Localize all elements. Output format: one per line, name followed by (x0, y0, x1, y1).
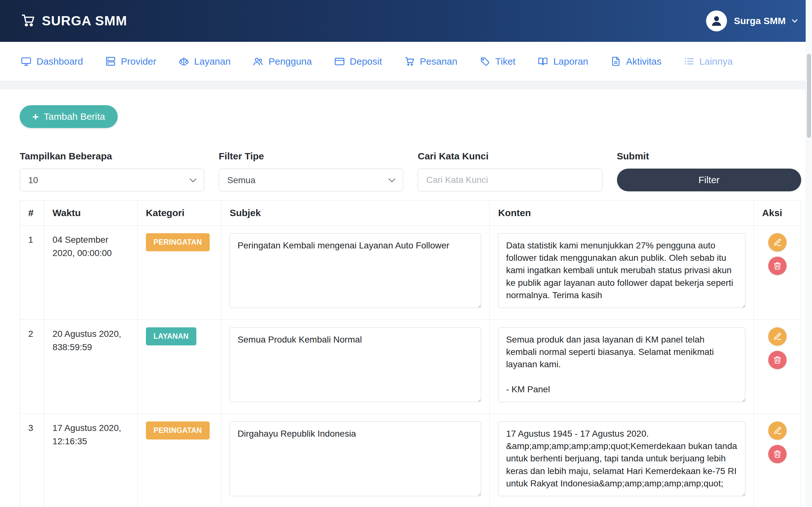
page-size-select-wrap: 10 (20, 169, 204, 191)
credit-card-icon (334, 56, 345, 66)
chevron-down-icon (792, 17, 798, 22)
col-header-content: Konten (490, 201, 754, 226)
tag-icon (479, 56, 490, 66)
app-header: SURGA SMM Surga SMM (0, 0, 812, 42)
subject-textarea[interactable]: Semua Produk Kembali Normal (230, 327, 481, 402)
keyword-input[interactable] (418, 169, 602, 191)
user-menu[interactable]: Surga SMM (706, 10, 797, 32)
nav-item-laporan[interactable]: Laporan (538, 56, 588, 67)
table-row: 1 04 September 2020, 00:00:00 PERINGATAN… (20, 226, 801, 320)
list-icon (684, 56, 694, 66)
type-filter-label: Filter Tipe (219, 151, 403, 162)
nav-item-dashboard[interactable]: Dashboard (21, 56, 83, 67)
type-filter-select[interactable]: Semua (219, 169, 403, 191)
row-time: 20 Agustus 2020, 838:59:59 (44, 320, 137, 414)
content-textarea[interactable]: Semua produk dan jasa layanan di KM pane… (498, 327, 745, 402)
avatar (706, 10, 727, 32)
col-header-actions: Aksi (754, 201, 801, 226)
table-row: 2 20 Agustus 2020, 838:59:59 LAYANAN Sem… (20, 320, 801, 414)
nav-item-aktivitas[interactable]: Aktivitas (611, 56, 662, 67)
content-textarea[interactable]: 17 Agustus 1945 - 17 Agustus 2020. &amp;… (498, 421, 745, 496)
users-icon (253, 56, 263, 66)
main-content: + Tambah Berita Tampilkan Beberapa 10 Fi… (0, 89, 812, 507)
col-header-num: # (20, 201, 44, 226)
col-header-category: Kategori (137, 201, 221, 226)
plus-icon: + (32, 111, 39, 122)
user-name: Surga SMM (734, 15, 786, 26)
pencil-icon (773, 238, 782, 247)
book-icon (538, 56, 548, 66)
trash-icon (773, 355, 782, 364)
row-number: 3 (20, 414, 44, 507)
page-size-select[interactable]: 10 (20, 169, 204, 191)
category-badge: PERINGATAN (146, 421, 210, 440)
filter-bar: Tampilkan Beberapa 10 Filter Tipe Semua … (20, 151, 801, 191)
content-gap (0, 81, 812, 89)
category-badge: PERINGATAN (146, 233, 210, 251)
file-text-icon (611, 56, 621, 66)
col-header-time: Waktu (44, 201, 137, 226)
category-badge: LAYANAN (146, 327, 196, 345)
col-header-subject: Subjek (221, 201, 490, 226)
content-textarea[interactable]: Data statistik kami menunjukkan 27% peng… (498, 233, 745, 308)
news-table: # Waktu Kategori Subjek Konten Aksi 1 04… (20, 200, 801, 507)
nav-item-provider[interactable]: Provider (105, 56, 156, 67)
main-nav: Dashboard Provider Layanan Pengguna Depo… (0, 42, 812, 81)
keyword-label: Cari Kata Kunci (418, 151, 602, 162)
subject-textarea[interactable]: Peringatan Kembali mengenai Layanan Auto… (230, 233, 481, 308)
row-number: 1 (20, 226, 44, 320)
scale-icon (179, 56, 189, 66)
page-scrollbar-thumb[interactable] (807, 54, 811, 138)
pencil-icon (773, 426, 782, 435)
submit-label: Submit (617, 151, 802, 162)
delete-button[interactable] (768, 445, 786, 463)
filter-button[interactable]: Filter (617, 169, 802, 191)
nav-item-pesanan[interactable]: Pesanan (404, 56, 457, 67)
subject-textarea[interactable]: Dirgahayu Republik Indonesia (230, 421, 481, 496)
delete-button[interactable] (768, 351, 786, 369)
table-row: 3 17 Agustus 2020, 12:16:35 PERINGATAN D… (20, 414, 801, 507)
row-time: 17 Agustus 2020, 12:16:35 (44, 414, 137, 507)
add-news-button[interactable]: + Tambah Berita (20, 105, 118, 128)
nav-item-lainnya[interactable]: Lainnya (684, 56, 733, 67)
edit-button[interactable] (768, 327, 786, 346)
nav-item-tiket[interactable]: Tiket (479, 56, 515, 67)
nav-item-layanan[interactable]: Layanan (179, 56, 231, 67)
nav-item-deposit[interactable]: Deposit (334, 56, 382, 67)
table-header-row: # Waktu Kategori Subjek Konten Aksi (20, 201, 801, 226)
edit-button[interactable] (768, 421, 786, 440)
pencil-icon (773, 332, 782, 341)
row-time: 04 September 2020, 00:00:00 (44, 226, 137, 320)
page-scrollbar-track (806, 0, 812, 507)
cart-icon (404, 56, 415, 66)
page-size-label: Tampilkan Beberapa (20, 151, 204, 162)
delete-button[interactable] (768, 257, 786, 275)
row-number: 2 (20, 320, 44, 414)
server-icon (105, 56, 116, 66)
monitor-icon (21, 56, 32, 66)
type-filter-select-wrap: Semua (219, 169, 403, 191)
nav-item-pengguna[interactable]: Pengguna (253, 56, 312, 67)
trash-icon (773, 450, 782, 458)
brand-name: SURGA SMM (42, 13, 127, 29)
edit-button[interactable] (768, 233, 786, 251)
brand[interactable]: SURGA SMM (21, 13, 127, 29)
trash-icon (773, 262, 782, 270)
cart-logo-icon (21, 13, 36, 29)
